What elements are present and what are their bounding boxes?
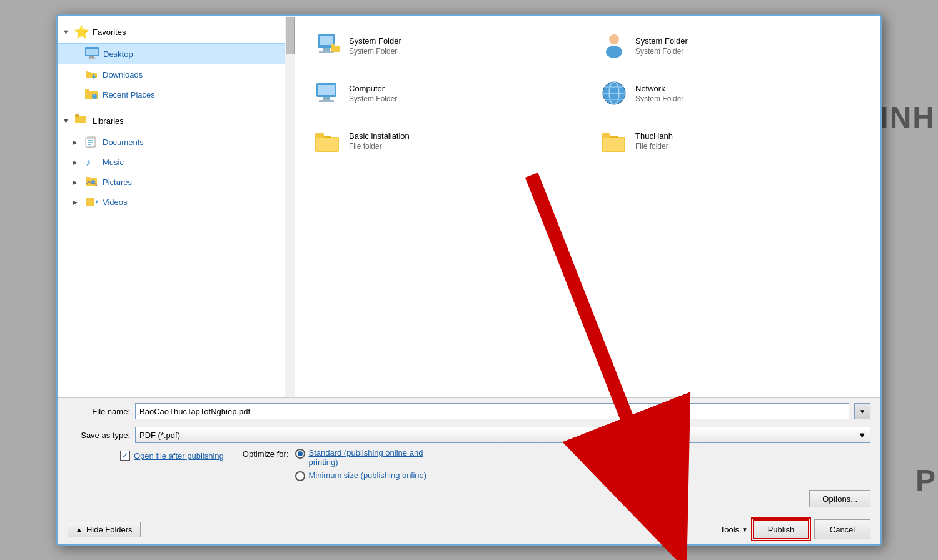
content-area: System Folder System Folder System Folde… bbox=[295, 16, 880, 398]
libraries-label: Libraries bbox=[93, 116, 124, 126]
hide-folders-button[interactable]: ▲ Hide Folders bbox=[68, 522, 141, 538]
favorites-icon: ⭐ bbox=[74, 24, 89, 39]
documents-label: Documents bbox=[103, 138, 144, 147]
svg-rect-3 bbox=[88, 58, 96, 59]
basic-installation-icon bbox=[313, 126, 343, 156]
network-icon bbox=[599, 78, 629, 108]
file-item-basic-installation[interactable]: Basic installation File folder bbox=[305, 121, 584, 161]
music-icon: ♪ bbox=[84, 154, 99, 169]
network-name: Network bbox=[635, 84, 683, 93]
file-name-dropdown[interactable]: ▼ bbox=[854, 403, 870, 419]
favorites-group[interactable]: ▼ ⭐ Favorites bbox=[58, 21, 295, 43]
sysfolder2-icon bbox=[599, 31, 629, 61]
libraries-group[interactable]: ▼ Libraries bbox=[58, 109, 295, 132]
computer-info: Computer System Folder bbox=[349, 84, 397, 103]
standard-radio-label[interactable]: Standard (publishing online and printing… bbox=[309, 448, 446, 467]
sidebar-separator1 bbox=[58, 104, 295, 109]
options-button[interactable]: Options... bbox=[809, 490, 870, 508]
basic-installation-type: File folder bbox=[349, 142, 410, 151]
thuchanh-type: File folder bbox=[635, 142, 673, 151]
favorites-label: Favorites bbox=[93, 28, 126, 37]
cancel-button[interactable]: Cancel bbox=[814, 519, 870, 539]
svg-rect-35 bbox=[323, 97, 330, 100]
svg-rect-45 bbox=[324, 136, 331, 138]
svg-rect-9 bbox=[85, 89, 89, 92]
right-options: Optimize for: Standard (publishing onlin… bbox=[243, 448, 870, 508]
svg-rect-5 bbox=[86, 71, 88, 72]
svg-rect-2 bbox=[89, 56, 94, 58]
svg-rect-1 bbox=[86, 49, 98, 55]
dialog-bottom: File name: ▼ Save as type: PDF (*.pdf) ▼… bbox=[58, 398, 880, 544]
basic-installation-name: Basic installation bbox=[349, 131, 410, 141]
sidebar-item-desktop[interactable]: Desktop bbox=[58, 43, 295, 64]
svg-rect-44 bbox=[316, 138, 338, 151]
svg-rect-4 bbox=[86, 72, 91, 78]
sysfolder1-type: System Folder bbox=[349, 47, 401, 56]
sysfolder1-icon bbox=[313, 31, 343, 61]
minimum-radio[interactable] bbox=[295, 471, 305, 481]
optimize-label: Optimize for: bbox=[243, 448, 289, 459]
hide-folders-label: Hide Folders bbox=[86, 525, 133, 534]
bottom-bar: ▲ Hide Folders Tools ▼ Publish Cancel bbox=[58, 514, 880, 544]
sidebar-scrollbar[interactable] bbox=[285, 16, 295, 398]
music-label: Music bbox=[103, 158, 124, 167]
svg-text:♪: ♪ bbox=[86, 157, 91, 168]
options-btn-row: Options... bbox=[243, 490, 870, 508]
svg-rect-34 bbox=[318, 85, 335, 95]
minimum-radio-row: Minimum size (publishing online) bbox=[295, 471, 446, 481]
standard-radio-row: Standard (publishing online and printing… bbox=[295, 448, 446, 467]
sidebar-item-downloads[interactable]: Downloads bbox=[58, 64, 295, 84]
svg-marker-23 bbox=[96, 199, 98, 204]
options-controls-row: Open file after publishing Optimize for:… bbox=[58, 446, 880, 514]
desktop-label: Desktop bbox=[103, 49, 133, 59]
file-name-label: File name: bbox=[68, 407, 130, 416]
svg-rect-49 bbox=[610, 136, 618, 138]
pictures-icon bbox=[84, 174, 99, 189]
open-file-label[interactable]: Open file after publishing bbox=[134, 451, 224, 461]
file-item-sysfolder2[interactable]: System Folder System Folder bbox=[592, 26, 870, 66]
standard-radio[interactable] bbox=[295, 449, 305, 459]
file-name-input[interactable] bbox=[135, 403, 849, 419]
sidebar-item-documents[interactable]: ▶ Documents bbox=[58, 132, 295, 152]
dialog-main: ▼ ⭐ Favorites Desktop bbox=[58, 16, 880, 398]
svg-rect-28 bbox=[331, 46, 340, 52]
tools-label: Tools bbox=[720, 525, 739, 534]
save-type-select[interactable]: PDF (*.pdf) ▼ bbox=[135, 427, 870, 443]
minimum-radio-label[interactable]: Minimum size (publishing online) bbox=[309, 471, 427, 480]
svg-rect-25 bbox=[320, 36, 333, 45]
open-file-checkbox-row: Open file after publishing bbox=[120, 451, 224, 461]
svg-rect-29 bbox=[331, 44, 335, 46]
computer-type: System Folder bbox=[349, 94, 397, 103]
sidebar-item-pictures[interactable]: ▶ Pictures bbox=[58, 172, 295, 192]
file-name-row: File name: ▼ bbox=[58, 398, 880, 424]
downloads-icon bbox=[84, 67, 99, 82]
downloads-label: Downloads bbox=[103, 70, 143, 79]
libraries-arrow: ▼ bbox=[63, 117, 73, 124]
network-info: Network System Folder bbox=[635, 84, 683, 103]
optimize-section: Standard (publishing online and printing… bbox=[295, 448, 446, 481]
publish-button[interactable]: Publish bbox=[753, 519, 809, 539]
save-type-label: Save as type: bbox=[68, 431, 130, 440]
file-item-sysfolder1[interactable]: System Folder System Folder bbox=[305, 26, 584, 66]
scrollbar-thumb[interactable] bbox=[286, 17, 295, 54]
bg-text-p: P bbox=[915, 463, 938, 498]
svg-rect-47 bbox=[602, 133, 610, 138]
sysfolder2-info: System Folder System Folder bbox=[635, 36, 688, 56]
sidebar-item-music[interactable]: ▶ ♪ Music bbox=[58, 152, 295, 172]
file-item-thuchanh[interactable]: ThucHanh File folder bbox=[592, 121, 870, 161]
tools-button[interactable]: Tools ▼ bbox=[720, 525, 748, 534]
svg-rect-48 bbox=[603, 138, 624, 151]
svg-point-32 bbox=[610, 34, 618, 42]
svg-point-31 bbox=[606, 46, 622, 58]
libraries-icon bbox=[74, 113, 89, 128]
thuchanh-info: ThucHanh File folder bbox=[635, 131, 673, 151]
open-file-checkbox[interactable] bbox=[120, 451, 130, 461]
sysfolder2-type: System Folder bbox=[635, 47, 688, 56]
file-item-computer[interactable]: Computer System Folder bbox=[305, 73, 584, 113]
file-item-network[interactable]: Network System Folder bbox=[592, 73, 870, 113]
thuchanh-icon bbox=[599, 126, 629, 156]
videos-label: Videos bbox=[103, 198, 128, 207]
sidebar-item-videos[interactable]: ▶ Videos bbox=[58, 192, 295, 212]
computer-icon bbox=[313, 78, 343, 108]
sidebar-item-recent-places[interactable]: Recent Places bbox=[58, 84, 295, 104]
